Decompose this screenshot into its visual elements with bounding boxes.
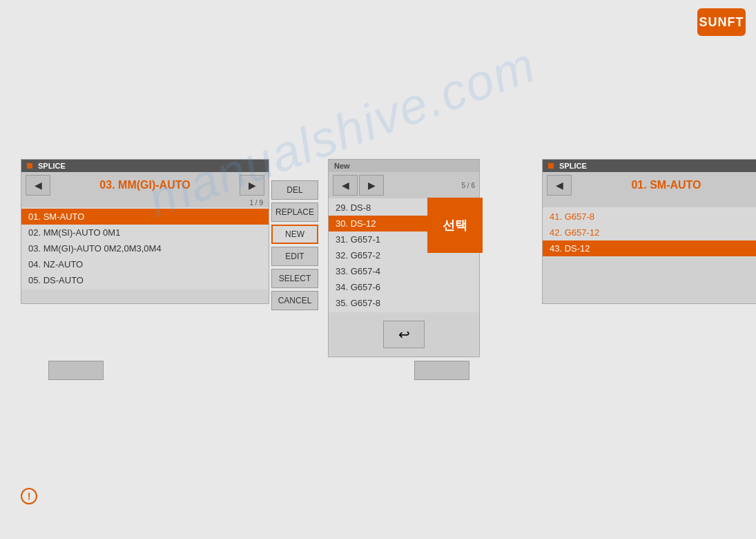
- bottom-mid-button[interactable]: [414, 361, 469, 380]
- list-item[interactable]: 01. SM-AUTO: [21, 209, 269, 225]
- logo-text: SUNFT: [699, 15, 744, 30]
- left-panel-header: SPLICE: [21, 160, 269, 172]
- list-item[interactable]: 03. MM(GI)-AUTO 0M2,0M3,0M4: [21, 240, 269, 256]
- left-panel-page-count: 1 / 9: [21, 198, 269, 207]
- replace-button[interactable]: REPLACE: [271, 202, 318, 222]
- right-panel-header-text: SPLICE: [559, 162, 587, 170]
- right-panel-header: SPLICE: [543, 160, 756, 172]
- left-panel-prev-btn[interactable]: ◀: [26, 175, 50, 196]
- bottom-left-button[interactable]: [48, 361, 104, 380]
- right-panel-list: 41. G657-8 42. G657-12 43. DS-12: [543, 207, 756, 258]
- middle-next-btn[interactable]: ▶: [359, 175, 384, 196]
- info-icon: !: [21, 488, 37, 504]
- middle-panel-nav: ◀ ▶ 5 / 6: [329, 172, 479, 198]
- middle-nav-buttons: ◀ ▶: [333, 175, 384, 196]
- list-item[interactable]: 43. DS-12: [543, 240, 756, 256]
- del-button[interactable]: DEL: [271, 180, 318, 200]
- right-panel-title: 01. SM-AUTO: [574, 179, 756, 191]
- left-panel-title-row: ◀ 03. MM(GI)-AUTO ▶: [21, 172, 269, 198]
- right-panel-prev-btn[interactable]: ◀: [547, 175, 572, 196]
- list-item[interactable]: 04. NZ-AUTO: [21, 256, 269, 272]
- list-item[interactable]: 02. MM(SI)-AUTO 0M1: [21, 225, 269, 240]
- middle-panel: New ◀ ▶ 5 / 6 29. DS-8 30. DS-12 31. G65…: [328, 159, 480, 357]
- middle-panel-header-text: New: [334, 162, 350, 170]
- left-panel-list: 01. SM-AUTO 02. MM(SI)-AUTO 0M1 03. MM(G…: [21, 207, 269, 290]
- list-item[interactable]: 34. G657-6: [329, 279, 479, 295]
- right-panel-page-count: 9 / 9: [543, 198, 756, 207]
- middle-panel-header: New: [329, 160, 479, 172]
- middle-page-count: 5 / 6: [462, 182, 475, 189]
- right-panel: SPLICE ◀ 01. SM-AUTO ▶ 9 / 9 41. G657-8 …: [542, 159, 756, 304]
- list-item[interactable]: 05. DS-AUTO: [21, 272, 269, 288]
- select-button[interactable]: SELECT: [271, 269, 318, 288]
- list-item[interactable]: 42. G657-12: [543, 225, 756, 240]
- select-overlay-button[interactable]: 선택: [427, 198, 483, 253]
- back-button[interactable]: ↩: [383, 321, 425, 348]
- list-item[interactable]: 35. G657-8: [329, 295, 479, 311]
- new-button[interactable]: NEW: [271, 225, 318, 244]
- left-panel-title: 03. MM(GI)-AUTO: [53, 179, 237, 191]
- left-panel: SPLICE ◀ 03. MM(GI)-AUTO ▶ 1 / 9 01. SM-…: [21, 159, 269, 304]
- left-panel-next-btn[interactable]: ▶: [240, 175, 264, 196]
- edit-button[interactable]: EDIT: [271, 247, 318, 266]
- back-area: ↩: [329, 312, 479, 357]
- panels-container: SPLICE ◀ 03. MM(GI)-AUTO ▶ 1 / 9 01. SM-…: [21, 159, 756, 357]
- middle-prev-btn[interactable]: ◀: [333, 175, 358, 196]
- left-panel-header-text: SPLICE: [38, 162, 66, 170]
- left-side-buttons: DEL REPLACE NEW EDIT SELECT CANCEL: [271, 180, 318, 310]
- right-panel-title-row: ◀ 01. SM-AUTO ▶: [543, 172, 756, 198]
- list-item[interactable]: 41. G657-8: [543, 209, 756, 225]
- cancel-button[interactable]: CANCEL: [271, 291, 318, 310]
- logo: SUNFT: [697, 8, 746, 36]
- list-item[interactable]: 33. G657-4: [329, 263, 479, 279]
